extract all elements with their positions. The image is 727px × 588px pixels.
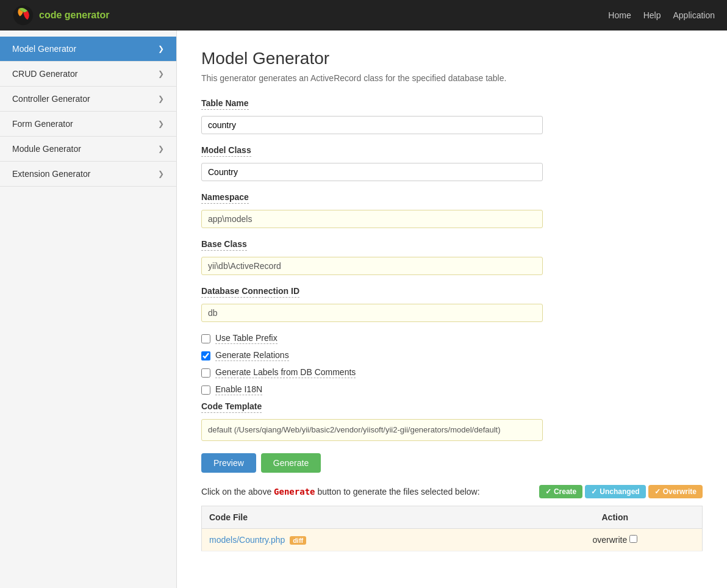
preview-button[interactable]: Preview xyxy=(201,453,256,473)
use-table-prefix-group: Use Table Prefix xyxy=(201,333,703,344)
namespace-value: app\models xyxy=(201,210,543,228)
top-navigation: code generator Home Help Application xyxy=(0,0,727,30)
sidebar-item-label: CRUD Generator xyxy=(12,69,77,79)
page-layout: Model Generator ❯ CRUD Generator ❯ Contr… xyxy=(0,30,727,588)
table-row: models/Country.php diff overwrite xyxy=(202,529,703,551)
action-checkbox[interactable] xyxy=(629,535,637,543)
badge-overwrite: ✓ Overwrite xyxy=(648,485,703,498)
yii-logo-icon xyxy=(12,4,34,26)
generate-info-before: Click on the above xyxy=(201,487,271,497)
db-connection-value: db xyxy=(201,304,543,322)
table-name-input[interactable] xyxy=(201,116,543,134)
namespace-group: Namespace app\models xyxy=(201,192,703,228)
use-table-prefix-checkbox[interactable] xyxy=(201,334,210,343)
sidebar-item-controller-generator[interactable]: Controller Generator ❯ xyxy=(0,87,176,112)
sidebar-item-crud-generator[interactable]: CRUD Generator ❯ xyxy=(0,62,176,87)
nav-home-link[interactable]: Home xyxy=(608,10,631,20)
sidebar-item-module-generator[interactable]: Module Generator ❯ xyxy=(0,137,176,162)
table-name-group: Table Name xyxy=(201,98,703,134)
generate-info-after: button to generate the files selected be… xyxy=(317,487,479,497)
checkmark-icon: ✓ xyxy=(545,487,551,496)
page-subtitle: This generator generates an ActiveRecord… xyxy=(201,73,703,83)
sidebar-item-label: Form Generator xyxy=(12,119,73,129)
code-template-label: Code Template xyxy=(201,401,262,413)
files-table: Code File Action models/Country.php diff… xyxy=(201,506,703,551)
model-class-label: Model Class xyxy=(201,145,251,157)
generate-labels-group: Generate Labels from DB Comments xyxy=(201,367,703,378)
generate-labels-label[interactable]: Generate Labels from DB Comments xyxy=(215,367,356,378)
db-connection-group: Database Connection ID db xyxy=(201,286,703,322)
action-cell: overwrite xyxy=(528,529,703,551)
base-class-label: Base Class xyxy=(201,239,247,251)
generate-keyword: Generate xyxy=(274,487,315,497)
db-connection-label: Database Connection ID xyxy=(201,286,299,298)
generate-relations-label[interactable]: Generate Relations xyxy=(215,350,289,361)
generate-info: Click on the above Generate button to ge… xyxy=(201,485,703,498)
action-label: overwrite xyxy=(592,535,627,545)
files-table-body: models/Country.php diff overwrite xyxy=(202,529,703,551)
main-content: Model Generator This generator generates… xyxy=(177,30,727,588)
page-title: Model Generator xyxy=(201,49,703,68)
base-class-value: yii\db\ActiveRecord xyxy=(201,257,543,275)
generate-info-text: Click on the above Generate button to ge… xyxy=(201,487,480,497)
enable-i18n-group: Enable I18N xyxy=(201,384,703,395)
code-file-link[interactable]: models/Country.php xyxy=(209,535,285,545)
chevron-right-icon: ❯ xyxy=(158,170,164,178)
sidebar-item-model-generator[interactable]: Model Generator ❯ xyxy=(0,37,176,62)
chevron-right-icon: ❯ xyxy=(158,45,164,53)
chevron-right-icon: ❯ xyxy=(158,95,164,103)
model-class-group: Model Class xyxy=(201,145,703,181)
logo: code generator xyxy=(12,4,110,26)
code-file-cell: models/Country.php diff xyxy=(202,529,528,551)
generate-button[interactable]: Generate xyxy=(261,453,321,473)
nav-help-link[interactable]: Help xyxy=(643,10,661,20)
sidebar-item-label: Controller Generator xyxy=(12,94,90,104)
checkmark-icon: ✓ xyxy=(654,487,661,496)
generate-relations-group: Generate Relations xyxy=(201,350,703,361)
generate-relations-checkbox[interactable] xyxy=(201,351,210,360)
base-class-group: Base Class yii\db\ActiveRecord xyxy=(201,239,703,275)
chevron-right-icon: ❯ xyxy=(158,120,164,128)
checkmark-icon: ✓ xyxy=(591,487,597,496)
code-file-header: Code File xyxy=(202,506,528,529)
code-template-group: Code Template default (/Users/qiang/Web/… xyxy=(201,401,703,441)
enable-i18n-checkbox[interactable] xyxy=(201,385,210,395)
sidebar-item-label: Model Generator xyxy=(12,44,76,54)
chevron-right-icon: ❯ xyxy=(158,145,164,153)
generate-labels-checkbox[interactable] xyxy=(201,368,210,378)
code-template-value: default (/Users/qiang/Web/yii/basic2/ven… xyxy=(201,419,543,441)
sidebar-item-extension-generator[interactable]: Extension Generator ❯ xyxy=(0,162,176,187)
diff-badge[interactable]: diff xyxy=(290,536,306,545)
table-name-label: Table Name xyxy=(201,98,249,110)
badge-group: ✓ Create ✓ Unchanged ✓ Overwrite xyxy=(539,485,703,498)
files-table-head: Code File Action xyxy=(202,506,703,529)
sidebar: Model Generator ❯ CRUD Generator ❯ Contr… xyxy=(0,30,177,588)
use-table-prefix-label[interactable]: Use Table Prefix xyxy=(215,333,278,344)
badge-unchanged: ✓ Unchanged xyxy=(585,485,645,498)
model-class-input[interactable] xyxy=(201,163,543,181)
nav-links: Home Help Application xyxy=(608,10,715,20)
sidebar-item-label: Module Generator xyxy=(12,144,81,154)
action-buttons: Preview Generate xyxy=(201,453,703,473)
enable-i18n-label[interactable]: Enable I18N xyxy=(215,384,262,395)
table-header-row: Code File Action xyxy=(202,506,703,529)
namespace-label: Namespace xyxy=(201,192,249,204)
sidebar-item-label: Extension Generator xyxy=(12,169,90,179)
action-header: Action xyxy=(528,506,703,529)
sidebar-item-form-generator[interactable]: Form Generator ❯ xyxy=(0,112,176,137)
logo-text: code generator xyxy=(39,10,110,21)
nav-application-link[interactable]: Application xyxy=(673,10,715,20)
badge-create: ✓ Create xyxy=(539,485,582,498)
chevron-right-icon: ❯ xyxy=(158,70,164,78)
